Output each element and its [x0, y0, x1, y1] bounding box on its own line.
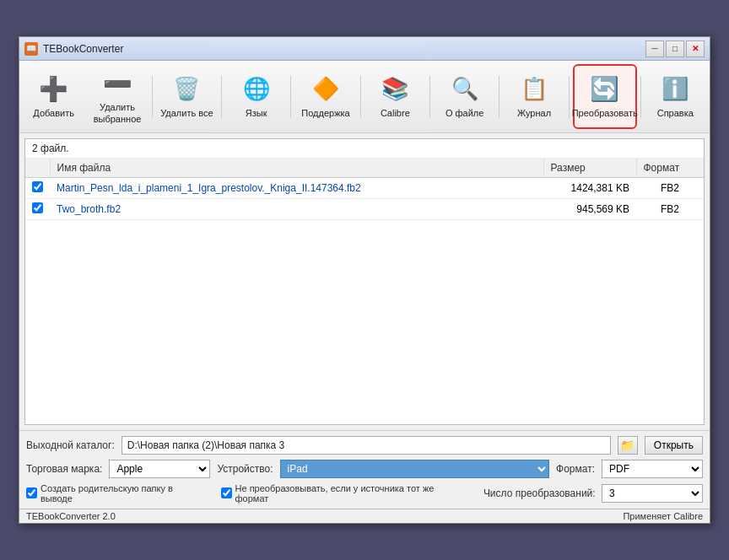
- remove-selected-label: Удалить выбранное: [89, 102, 145, 124]
- filename-header: Имя файла: [50, 159, 543, 178]
- maximize-button[interactable]: □: [666, 40, 684, 57]
- no-convert-same-format-label: Не преобразовывать, если у источника тот…: [235, 483, 470, 503]
- language-icon: 🌐: [241, 74, 272, 105]
- toolbar-separator-5: [429, 76, 430, 118]
- toolbar-separator-3: [290, 76, 291, 118]
- browse-folder-button[interactable]: 📁: [618, 436, 638, 455]
- window-controls: ─ □ ✕: [645, 40, 705, 57]
- convert-label: Преобразовать: [572, 108, 638, 119]
- toolbar-separator-2: [221, 76, 222, 118]
- table-header-row: Имя файла Размер Формат: [25, 159, 704, 178]
- remove-selected-icon: ➖: [102, 68, 132, 99]
- row-checkbox[interactable]: [32, 202, 43, 213]
- toolbar-separator-7: [569, 76, 570, 118]
- table-row[interactable]: Martin_Pesn_lda_i_plameni_1_Igra_prestol…: [25, 177, 704, 198]
- toolbar-separator-1: [152, 76, 153, 118]
- convert-icon: 🔄: [590, 74, 620, 105]
- support-button[interactable]: 🔶 Поддержка: [294, 64, 356, 128]
- no-convert-same-format-checkbox[interactable]: [221, 487, 232, 498]
- toolbar-separator-8: [640, 76, 641, 118]
- format-label: Формат:: [556, 463, 595, 475]
- about-file-button[interactable]: 🔍 О файле: [434, 64, 495, 128]
- row-format: FB2: [636, 198, 704, 219]
- journal-icon: 📋: [519, 74, 549, 105]
- status-right: Применяет Calibre: [623, 511, 703, 521]
- calibre-icon: 📚: [380, 74, 410, 105]
- remove-all-button[interactable]: 🗑️ Удалить все: [156, 64, 218, 128]
- size-header: Размер: [543, 159, 636, 178]
- calibre-button[interactable]: 📚 Calibre: [364, 64, 426, 128]
- remove-all-icon: 🗑️: [171, 74, 202, 105]
- support-label: Поддержка: [301, 108, 349, 119]
- options-row: Создать родительскую папку в выводе Не п…: [26, 483, 703, 503]
- calibre-label: Calibre: [381, 108, 410, 119]
- row-checkbox-cell[interactable]: [25, 177, 50, 198]
- add-icon: ➕: [39, 74, 69, 105]
- row-filename: Two_broth.fb2: [50, 198, 543, 219]
- bottom-panel: Выходной каталог: 📁 Открыть Торговая мар…: [19, 430, 710, 509]
- file-table: Имя файла Размер Формат Martin_Pesn_lda_…: [25, 159, 704, 220]
- table-row[interactable]: Two_broth.fb2 945,569 KB FB2: [25, 198, 704, 219]
- row-size: 945,569 KB: [543, 198, 636, 219]
- output-path-field[interactable]: [122, 436, 611, 455]
- toolbar-separator-4: [360, 76, 361, 118]
- app-icon: 📖: [24, 42, 38, 56]
- remove-selected-button[interactable]: ➖ Удалить выбранное: [86, 64, 148, 128]
- row-filename: Martin_Pesn_lda_i_plameni_1_Igra_prestol…: [50, 177, 543, 198]
- language-button[interactable]: 🌐 Язык: [225, 64, 287, 128]
- row-checkbox[interactable]: [32, 181, 43, 192]
- help-label: Справка: [657, 108, 694, 119]
- toolbar: ➕ Добавить ➖ Удалить выбранное 🗑️ Удалит…: [19, 61, 710, 132]
- create-parent-folder-checkbox[interactable]: [26, 487, 37, 498]
- help-icon: ℹ️: [660, 74, 690, 105]
- format-select[interactable]: PDF: [602, 460, 703, 478]
- title-bar: 📖 TEBookConverter ─ □ ✕: [19, 37, 710, 61]
- output-dir-row: Выходной каталог: 📁 Открыть: [26, 436, 703, 455]
- close-button[interactable]: ✕: [686, 40, 705, 57]
- brand-select[interactable]: Apple: [109, 460, 210, 478]
- journal-label: Журнал: [517, 108, 551, 119]
- device-label: Устройство:: [217, 463, 273, 475]
- convert-button[interactable]: 🔄 Преобразовать: [573, 64, 637, 128]
- row-size: 1424,381 KB: [543, 177, 636, 198]
- title-bar-left: 📖 TEBookConverter: [24, 42, 123, 56]
- about-file-label: О файле: [446, 108, 483, 119]
- no-convert-same-format-option[interactable]: Не преобразовывать, если у источника тот…: [221, 483, 470, 503]
- device-select[interactable]: iPad: [280, 460, 550, 478]
- minimize-button[interactable]: ─: [645, 40, 664, 57]
- status-left: TEBookConverter 2.0: [26, 511, 116, 521]
- window-title: TEBookConverter: [43, 43, 123, 55]
- create-parent-folder-label: Создать родительскую папку в выводе: [40, 483, 208, 503]
- file-count: 2 файл.: [25, 139, 704, 159]
- language-label: Язык: [246, 108, 267, 119]
- conversion-count-label: Число преобразований: 3: [483, 484, 703, 503]
- about-file-icon: 🔍: [450, 74, 480, 105]
- remove-all-label: Удалить все: [160, 108, 213, 119]
- create-parent-folder-option[interactable]: Создать родительскую папку в выводе: [26, 483, 208, 503]
- brand-label: Торговая марка:: [26, 463, 102, 475]
- open-button[interactable]: Открыть: [645, 436, 703, 455]
- row-format: FB2: [636, 177, 704, 198]
- file-list-area: 2 файл. Имя файла Размер Формат Martin_P…: [24, 138, 705, 425]
- device-row: Торговая марка: Apple Устройство: iPad Ф…: [26, 460, 703, 478]
- conversion-count-select[interactable]: 3: [602, 484, 703, 503]
- add-button[interactable]: ➕ Добавить: [23, 64, 84, 128]
- add-label: Добавить: [33, 108, 74, 119]
- toolbar-separator-6: [499, 76, 500, 118]
- format-header: Формат: [636, 159, 704, 178]
- journal-button[interactable]: 📋 Журнал: [503, 64, 564, 128]
- row-checkbox-cell[interactable]: [25, 198, 50, 219]
- status-bar: TEBookConverter 2.0 Применяет Calibre: [19, 509, 710, 523]
- help-button[interactable]: ℹ️ Справка: [645, 64, 706, 128]
- output-label: Выходной каталог:: [26, 439, 115, 451]
- main-window: 📖 TEBookConverter ─ □ ✕ ➕ Добавить ➖ Уда…: [19, 36, 710, 523]
- support-icon: 🔶: [310, 74, 341, 105]
- checkbox-header: [25, 159, 50, 178]
